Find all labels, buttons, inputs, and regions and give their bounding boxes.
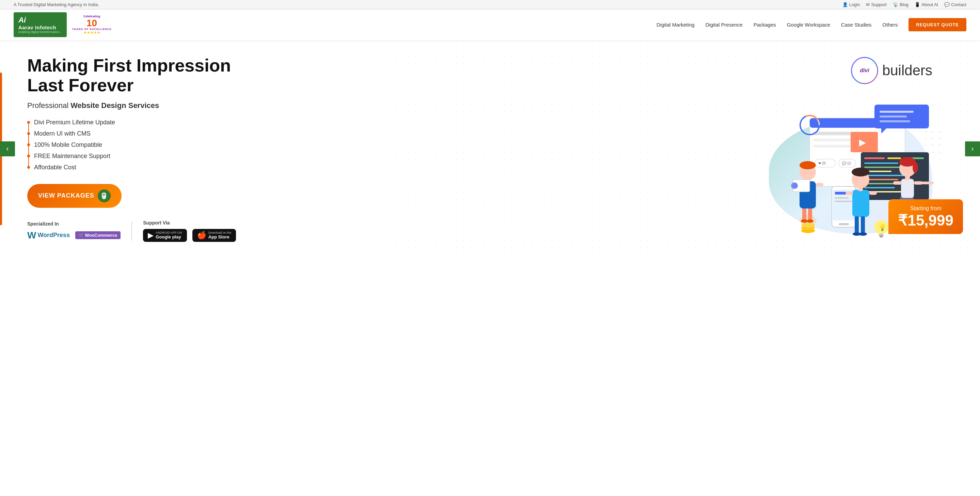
list-item: FREE Maintenance Support [27, 151, 266, 162]
next-arrow-icon: › [971, 144, 974, 153]
svg-point-83 [939, 138, 940, 139]
woo-text: WooCommerce [85, 233, 117, 238]
svg-rect-5 [851, 132, 878, 152]
list-item: Modern UI with CMS [27, 128, 266, 139]
svg-rect-2 [813, 132, 854, 135]
nav-case-studies[interactable]: Case Studies [841, 22, 871, 27]
packages-icon: 🖱️ [98, 190, 111, 203]
svg-point-41 [807, 219, 813, 223]
divi-brand: divi [860, 67, 869, 73]
list-item: Divi Premium Lifetime Update [27, 117, 266, 128]
svg-point-89 [939, 152, 940, 153]
top-bar-links: 👤 Login ✉ Support 📡 Blog 📱 About AI 💬 Co… [842, 2, 966, 7]
app-store-icon: 🍎 [197, 231, 206, 240]
svg-point-88 [932, 152, 933, 153]
svg-rect-22 [880, 120, 910, 122]
specialized-label: Specialized In [27, 221, 121, 226]
wp-text: WordPress [37, 232, 70, 239]
hero-list: Divi Premium Lifetime Update Modern UI w… [27, 117, 266, 173]
years-label: YEARS OF EXCELLENCE [72, 28, 112, 31]
specialized-area: Specialized In W WordPress 🛒 WooCommerce [27, 221, 132, 241]
store-buttons: ▶ ANDROID APP ON Google play 🍎 Download … [143, 229, 236, 242]
svg-text:💬 12: 💬 12 [842, 161, 851, 166]
prev-arrow-icon: ‹ [6, 144, 8, 153]
pricing-badge: Starting from ₹15,999 [888, 199, 963, 234]
svg-rect-36 [835, 201, 852, 202]
nav-others[interactable]: Others [882, 22, 897, 27]
illustration: ❤ 25 💬 12 [748, 91, 953, 241]
google-play-button[interactable]: ▶ ANDROID APP ON Google play [143, 229, 186, 242]
svg-point-82 [932, 138, 933, 139]
about-ai-link[interactable]: 📱 About AI [915, 2, 938, 7]
list-item: 100% Mobile Compatible [27, 139, 266, 151]
specialized-logos: W WordPress 🛒 WooCommerce [27, 230, 121, 241]
divi-circle: divi [851, 57, 878, 84]
login-link[interactable]: 👤 Login [842, 2, 860, 7]
svg-point-60 [859, 232, 867, 236]
nav-digital-presence[interactable]: Digital Presence [706, 22, 743, 27]
svg-text:⚙: ⚙ [793, 182, 798, 189]
svg-point-84 [925, 145, 926, 146]
request-quote-button[interactable]: REQUEST QUOTE [908, 18, 966, 31]
nav-google-workspace[interactable]: Google Workspace [787, 22, 830, 27]
svg-point-63 [852, 167, 869, 177]
view-packages-button[interactable]: VIEW PACKAGES 🖱️ [27, 184, 122, 208]
svg-rect-57 [855, 216, 859, 233]
svg-rect-76 [880, 236, 883, 238]
top-bar-tagline: A Trusted Digital Marketing Agency in In… [14, 2, 99, 7]
hero-subtitle: Professional Website Design Services [27, 101, 266, 110]
svg-rect-38 [802, 207, 807, 220]
contact-link[interactable]: 💬 Contact [944, 2, 966, 7]
svg-point-72 [913, 162, 918, 173]
divi-badge: divi builders [851, 57, 932, 84]
svg-point-87 [925, 152, 926, 153]
svg-rect-66 [901, 179, 914, 198]
years-badge: Celebrating 10 YEARS OF EXCELLENCE ★★★★★ [72, 15, 112, 35]
hero-section: ‹ Making First Impression Last Forever P… [0, 40, 980, 258]
svg-rect-17 [864, 187, 895, 188]
logo-area: Ai Aarav Infotech enabling digital trans… [14, 12, 111, 37]
app-store-main: App Store [208, 234, 232, 239]
svg-point-78 [925, 131, 926, 132]
support-link[interactable]: ✉ Support [866, 2, 887, 7]
svg-rect-75 [879, 234, 884, 236]
svg-rect-58 [861, 216, 865, 233]
google-play-main: Google play [156, 234, 182, 239]
svg-text:💡: 💡 [878, 224, 886, 231]
view-packages-label: VIEW PACKAGES [38, 192, 94, 199]
support-label: Support Via [143, 220, 236, 225]
svg-rect-39 [808, 207, 812, 220]
google-play-texts: ANDROID APP ON Google play [156, 231, 182, 239]
svg-rect-21 [880, 115, 907, 118]
logo-brand: Aarav Infotech [18, 24, 62, 30]
svg-rect-44 [816, 183, 823, 187]
logo-icon: Ai [18, 16, 62, 24]
next-arrow[interactable]: › [965, 141, 980, 156]
wp-icon: W [27, 230, 36, 241]
prev-arrow[interactable]: ‹ [0, 141, 15, 156]
svg-rect-11 [864, 163, 898, 164]
nav-digital-marketing[interactable]: Digital Marketing [657, 22, 695, 27]
app-store-sub: Download on the [208, 231, 232, 234]
logo[interactable]: Ai Aarav Infotech enabling digital trans… [14, 12, 67, 37]
hero-left: Making First Impression Last Forever Pro… [27, 56, 266, 241]
hero-subtitle-prefix: Professional [27, 101, 70, 110]
woo-icon: 🛒 [79, 233, 84, 238]
svg-rect-8 [864, 157, 885, 159]
svg-rect-33 [839, 223, 849, 225]
divi-text: builders [882, 62, 932, 79]
app-store-button[interactable]: 🍎 Download on the App Store [192, 229, 236, 242]
hero-subtitle-bold: Website Design Services [70, 101, 159, 110]
list-item: Affordable Cost [27, 162, 266, 173]
woocommerce-logo: 🛒 WooCommerce [75, 231, 121, 239]
logo-tagline: enabling digital transformation... [18, 30, 62, 34]
nav-packages[interactable]: Packages [754, 22, 776, 27]
main-nav: Digital Marketing Digital Presence Packa… [657, 18, 966, 31]
svg-point-81 [925, 138, 926, 139]
pricing-label: Starting from [898, 206, 953, 212]
svg-rect-54 [852, 190, 869, 217]
bottom-section: Specialized In W WordPress 🛒 WooCommerce [27, 220, 266, 242]
google-play-sub: ANDROID APP ON [156, 231, 182, 234]
svg-rect-14 [864, 175, 905, 176]
blog-link[interactable]: 📡 Blog [893, 2, 908, 7]
